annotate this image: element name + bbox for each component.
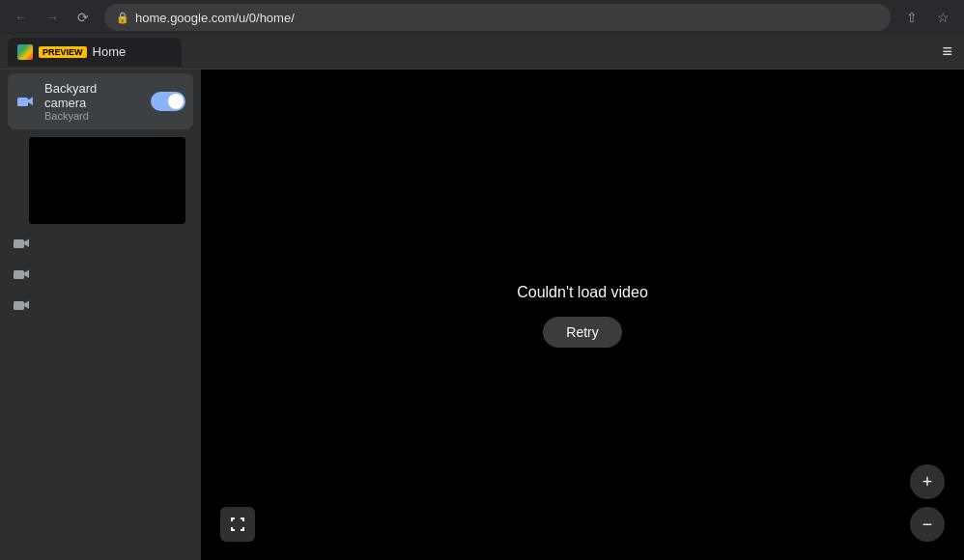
- svg-rect-2: [14, 239, 24, 248]
- svg-marker-7: [24, 301, 29, 310]
- zoom-controls: + −: [910, 464, 945, 542]
- camera-icon-4: [12, 295, 31, 315]
- browser-chrome: ← → ⟳ 🔒 home.google.com/u/0/home/ ⇧ ☆ PR…: [0, 0, 964, 70]
- zoom-in-button[interactable]: +: [910, 464, 945, 499]
- svg-rect-6: [14, 301, 24, 310]
- back-button[interactable]: ←: [8, 4, 35, 31]
- camera-icon: [15, 92, 35, 111]
- camera-icon-2: [12, 234, 31, 253]
- video-area: Couldn't load video Retry + −: [201, 70, 964, 560]
- sidebar-item-camera-4[interactable]: [0, 290, 201, 321]
- sidebar-item-backyard-camera[interactable]: Backyard camera Backyard: [8, 73, 193, 129]
- header-actions: ≡: [942, 42, 952, 62]
- browser-actions: ⇧ ☆: [898, 4, 956, 31]
- tab-title: Home: [93, 44, 127, 59]
- overflow-menu-icon[interactable]: ≡: [942, 42, 952, 61]
- address-bar[interactable]: 🔒 home.google.com/u/0/home/: [104, 4, 891, 31]
- url-text: home.google.com/u/0/home/: [135, 11, 879, 25]
- reload-button[interactable]: ⟳: [70, 4, 97, 31]
- zoom-out-button[interactable]: −: [910, 507, 945, 542]
- main-layout: Backyard camera Backyard: [0, 70, 964, 560]
- video-thumbnail: [29, 137, 185, 224]
- video-thumbnail-area: [29, 137, 193, 224]
- active-tab[interactable]: PREVIEW Home: [8, 38, 182, 67]
- sidebar-item-camera-2[interactable]: [0, 228, 201, 259]
- favicon: [17, 44, 33, 60]
- toggle-knob: [168, 94, 184, 109]
- camera-toggle[interactable]: [151, 92, 185, 111]
- svg-rect-4: [14, 270, 24, 279]
- retry-button[interactable]: Retry: [543, 317, 621, 348]
- svg-marker-3: [24, 239, 29, 248]
- fullscreen-button[interactable]: [220, 507, 255, 542]
- sidebar: Backyard camera Backyard: [0, 70, 201, 560]
- preview-badge: PREVIEW: [39, 46, 87, 58]
- svg-marker-1: [28, 98, 33, 106]
- bookmark-button[interactable]: ☆: [929, 4, 956, 31]
- nav-buttons: ← → ⟳: [8, 4, 97, 31]
- forward-button[interactable]: →: [39, 4, 66, 31]
- tab-and-header-bar: PREVIEW Home ≡: [0, 35, 964, 69]
- camera-icon-3: [12, 265, 31, 284]
- browser-top-bar: ← → ⟳ 🔒 home.google.com/u/0/home/ ⇧ ☆: [0, 0, 964, 35]
- camera-location: Backyard: [44, 110, 141, 122]
- svg-rect-0: [17, 98, 28, 106]
- share-button[interactable]: ⇧: [898, 4, 925, 31]
- video-error-message: Couldn't load video: [517, 284, 648, 301]
- svg-marker-5: [24, 270, 29, 279]
- camera-info: Backyard camera Backyard: [44, 81, 141, 122]
- sidebar-item-camera-3[interactable]: [0, 259, 201, 290]
- camera-name: Backyard camera: [44, 81, 141, 110]
- lock-icon: 🔒: [116, 12, 129, 24]
